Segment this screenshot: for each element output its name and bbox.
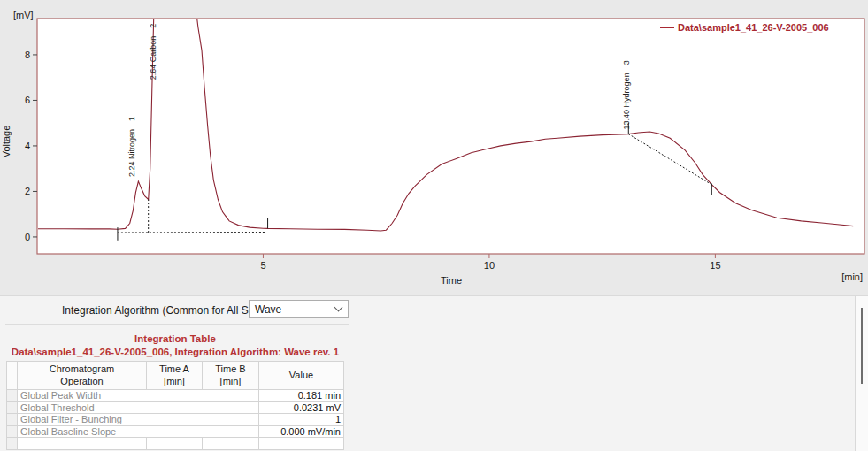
x-axis-label: Time bbox=[441, 275, 462, 286]
row-selector-header bbox=[7, 362, 18, 390]
header-line1: Time B bbox=[215, 363, 245, 374]
selected-algorithm-value: Wave bbox=[255, 303, 281, 316]
integration-table[interactable]: Chromatogram Operation Time A [min] Time… bbox=[6, 361, 344, 450]
table-row[interactable]: Global Baseline Slope0.000 mV/min bbox=[7, 425, 344, 438]
row-selector[interactable] bbox=[7, 414, 18, 426]
operation-cell[interactable]: Global Filter - Bunching bbox=[18, 414, 259, 426]
value-cell[interactable]: 0.0231 mV bbox=[259, 401, 344, 414]
vertical-scrollbar[interactable] bbox=[856, 296, 868, 451]
y-tick-label: 6 bbox=[25, 95, 30, 105]
operation-cell[interactable]: Global Peak Width bbox=[18, 390, 259, 402]
table-row[interactable]: Global Filter - Bunching1 bbox=[7, 414, 344, 426]
y-tick-label: 0 bbox=[25, 232, 30, 242]
time-a-cell[interactable] bbox=[147, 438, 203, 450]
y-tick-label: 8 bbox=[25, 50, 30, 60]
chevron-down-icon bbox=[334, 303, 343, 312]
col-header-value[interactable]: Value bbox=[259, 362, 344, 390]
table-row[interactable]: Global Peak Width0.181 min bbox=[7, 390, 344, 402]
row-selector[interactable] bbox=[7, 438, 18, 450]
chromatogram-panel: 5101502468[mV]VoltageTime[min]2.24 Nitro… bbox=[0, 0, 868, 295]
header-line2: [min] bbox=[164, 376, 185, 386]
value-cell[interactable]: 0.000 mV/min bbox=[259, 425, 344, 438]
x-tick-label: 15 bbox=[710, 260, 720, 271]
table-row[interactable]: Global Threshold0.0231 mV bbox=[7, 401, 344, 414]
row-selector[interactable] bbox=[7, 390, 18, 402]
value-cell[interactable]: 0.181 min bbox=[259, 390, 344, 402]
chromatography-window: 5101502468[mV]VoltageTime[min]2.24 Nitro… bbox=[0, 0, 868, 451]
header-line1: Chromatogram bbox=[50, 363, 114, 374]
y-axis-label: Voltage bbox=[1, 126, 12, 158]
row-selector[interactable] bbox=[7, 425, 18, 438]
header-line1: Value bbox=[289, 370, 313, 380]
integration-table-title: Integration Table bbox=[0, 333, 350, 344]
chromatogram-chart[interactable]: 5101502468[mV]VoltageTime[min]2.24 Nitro… bbox=[0, 0, 868, 295]
y-tick-label: 2 bbox=[25, 186, 30, 196]
legend-label[interactable]: Data\sample1_41_26-V-2005_006 bbox=[678, 22, 829, 33]
integration-panel: Integration Algorithm (Common for All Si… bbox=[0, 295, 868, 451]
plot-area[interactable] bbox=[37, 19, 864, 254]
x-axis-unit: [min] bbox=[841, 271, 863, 282]
operation-cell[interactable]: Global Threshold bbox=[18, 401, 259, 414]
col-header-time-b[interactable]: Time B [min] bbox=[203, 362, 259, 390]
integration-table-subtitle: Data\sample1_41_26-V-2005_006, Integrati… bbox=[0, 347, 350, 357]
integration-algorithm-label: Integration Algorithm (Common for All Si… bbox=[62, 304, 280, 317]
header-line1: Time A bbox=[159, 363, 189, 374]
value-cell[interactable]: 1 bbox=[259, 414, 344, 426]
operation-cell[interactable] bbox=[18, 438, 147, 450]
value-cell[interactable] bbox=[259, 438, 344, 450]
row-selector[interactable] bbox=[7, 401, 18, 414]
table-row[interactable] bbox=[7, 438, 344, 450]
col-header-chromatogram-operation[interactable]: Chromatogram Operation bbox=[18, 362, 147, 390]
time-b-cell[interactable] bbox=[203, 438, 259, 450]
scrollbar-thumb[interactable] bbox=[861, 308, 863, 384]
header-line2: [min] bbox=[220, 376, 242, 386]
separator-line bbox=[5, 324, 349, 325]
y-axis-unit: [mV] bbox=[13, 10, 34, 20]
x-tick-label: 10 bbox=[484, 260, 495, 271]
operation-cell[interactable]: Global Baseline Slope bbox=[18, 425, 259, 438]
x-tick-label: 5 bbox=[260, 260, 265, 271]
table-header-row: Chromatogram Operation Time A [min] Time… bbox=[7, 362, 344, 390]
y-tick-label: 4 bbox=[25, 141, 30, 151]
header-line2: Operation bbox=[60, 376, 103, 386]
integration-algorithm-select[interactable]: Wave bbox=[249, 300, 349, 318]
col-header-time-a[interactable]: Time A [min] bbox=[147, 362, 203, 390]
